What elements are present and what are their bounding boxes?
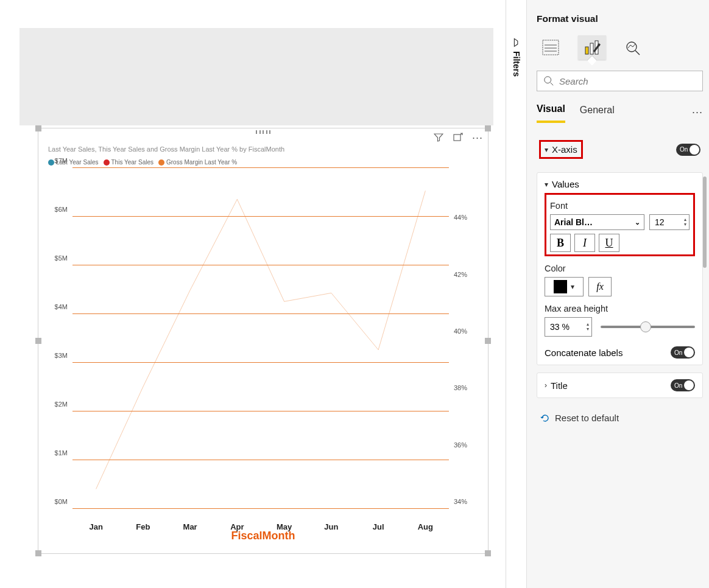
y-left-tick: $2M — [55, 401, 68, 408]
format-pane: Format visual Visual General ··· ▾ X-axi… — [526, 0, 709, 588]
y-left-tick: $1M — [55, 449, 68, 457]
gridline — [72, 216, 449, 217]
bold-button[interactable]: B — [550, 234, 571, 252]
resize-handle[interactable] — [35, 125, 41, 131]
color-picker[interactable]: ▾ — [545, 277, 584, 296]
gridline — [72, 411, 449, 411]
font-label: Font — [550, 201, 690, 211]
format-tab-icon[interactable] — [578, 35, 606, 60]
tab-general[interactable]: General — [580, 102, 615, 122]
color-label: Color — [545, 264, 695, 273]
title-toggle[interactable]: On — [671, 379, 695, 391]
gridline — [72, 265, 449, 265]
filters-label: Filters — [512, 51, 521, 77]
x-tick: Feb — [136, 522, 150, 531]
svg-rect-1 — [543, 40, 559, 55]
analytics-tab-icon[interactable] — [619, 35, 647, 60]
y-right-tick: 36% — [454, 441, 467, 449]
x-axis-toggle[interactable]: On — [676, 144, 700, 156]
filter-icon[interactable] — [433, 132, 444, 143]
y-right-tick: 38% — [454, 384, 467, 391]
y-left-tick: $3M — [55, 352, 68, 359]
resize-handle[interactable] — [485, 125, 491, 131]
x-tick: Jun — [324, 522, 338, 531]
section-x-axis: ▾ X-axis On — [537, 134, 703, 165]
plot-area: $0M$1M$2M$3M$4M$5M$6M$7M 34%36%38%40%42%… — [46, 168, 476, 509]
x-tick: Jan — [89, 522, 102, 531]
chevron-down-icon: ▾ — [571, 282, 574, 291]
gridline — [72, 508, 449, 509]
x-tick: Jul — [373, 522, 384, 531]
chart-visual[interactable]: ··· Last Year Sales, This Year Sales and… — [38, 128, 489, 554]
max-height-label: Max area height — [545, 304, 695, 313]
gridline — [72, 313, 449, 314]
filters-pane-collapsed[interactable]: Filters — [506, 0, 526, 588]
max-height-input[interactable]: 33 % ▴▾ — [545, 317, 592, 337]
italic-button[interactable]: I — [574, 234, 595, 252]
pane-title: Format visual — [537, 5, 703, 30]
focus-mode-icon[interactable] — [453, 132, 464, 143]
x-axis-title: FiscalMonth — [38, 530, 488, 542]
gridline — [72, 460, 449, 460]
expand-icon — [511, 37, 522, 47]
y-right-tick: 40% — [454, 327, 467, 335]
y-right-tick: 34% — [454, 498, 467, 505]
svg-rect-6 — [590, 43, 593, 54]
drag-handle[interactable] — [256, 130, 270, 134]
svg-point-8 — [627, 42, 637, 52]
more-options-icon[interactable]: ··· — [472, 132, 483, 143]
empty-visual-placeholder — [19, 28, 493, 125]
spinner-down-icon[interactable]: ▾ — [587, 327, 589, 332]
chevron-down-icon: ▾ — [545, 145, 548, 154]
visual-header: ··· — [433, 132, 483, 143]
values-header[interactable]: ▾ Values — [545, 179, 695, 189]
fx-button[interactable]: fx — [588, 277, 612, 296]
concat-label: Concatenate labels — [545, 348, 623, 358]
font-size-input[interactable]: 12 ▴▾ — [649, 214, 690, 230]
svg-point-9 — [545, 77, 551, 83]
underline-button[interactable]: U — [599, 234, 619, 252]
search-icon — [543, 75, 554, 86]
scrollbar[interactable] — [703, 177, 707, 268]
reset-to-default[interactable]: Reset to default — [537, 405, 703, 430]
resize-handle[interactable] — [485, 550, 491, 556]
chevron-right-icon: › — [545, 381, 547, 390]
y-right-tick: 44% — [454, 214, 467, 221]
y-left-tick: $0M — [55, 498, 68, 505]
y-left-tick: $4M — [55, 303, 68, 310]
pane-mode-tabs — [537, 30, 703, 71]
gridline — [72, 167, 449, 168]
tab-visual[interactable]: Visual — [537, 101, 565, 123]
x-tick: Mar — [183, 522, 197, 531]
y-right-tick: 42% — [454, 271, 467, 278]
svg-rect-0 — [454, 135, 460, 141]
resize-handle[interactable] — [485, 338, 491, 344]
format-tab-bar: Visual General ··· — [537, 101, 703, 123]
concat-toggle[interactable]: On — [671, 346, 695, 359]
max-height-slider[interactable] — [601, 326, 695, 328]
svg-rect-5 — [585, 47, 588, 54]
build-tab-icon[interactable] — [537, 35, 565, 60]
y-left-tick: $6M — [55, 206, 68, 213]
search-input[interactable] — [559, 76, 696, 86]
spinner-down-icon[interactable]: ▾ — [684, 222, 686, 227]
x-tick: Aug — [418, 522, 433, 531]
search-box[interactable] — [537, 71, 703, 91]
section-title: › Title On — [537, 373, 703, 398]
resize-handle[interactable] — [35, 338, 41, 344]
title-header[interactable]: › Title On — [545, 379, 695, 391]
y-left-tick: $7M — [55, 157, 68, 164]
gridline — [72, 362, 449, 363]
font-family-select[interactable]: Arial Bl…⌄ — [550, 214, 644, 230]
y-left-tick: $5M — [55, 254, 68, 262]
chevron-down-icon: ▾ — [545, 180, 548, 189]
chevron-down-icon: ⌄ — [635, 219, 640, 226]
x-tick: May — [277, 522, 292, 531]
x-tick: Apr — [230, 522, 244, 531]
tab-more-icon[interactable]: ··· — [692, 106, 703, 119]
report-canvas[interactable]: ··· Last Year Sales, This Year Sales and… — [0, 0, 506, 588]
chart-legend: Last Year Sales This Year Sales Gross Ma… — [38, 156, 488, 168]
x-axis-header[interactable]: ▾ X-axis — [545, 144, 577, 155]
resize-handle[interactable] — [35, 550, 41, 556]
section-values: ▾ Values Font Arial Bl…⌄ 12 ▴▾ B I U Col… — [537, 172, 703, 365]
